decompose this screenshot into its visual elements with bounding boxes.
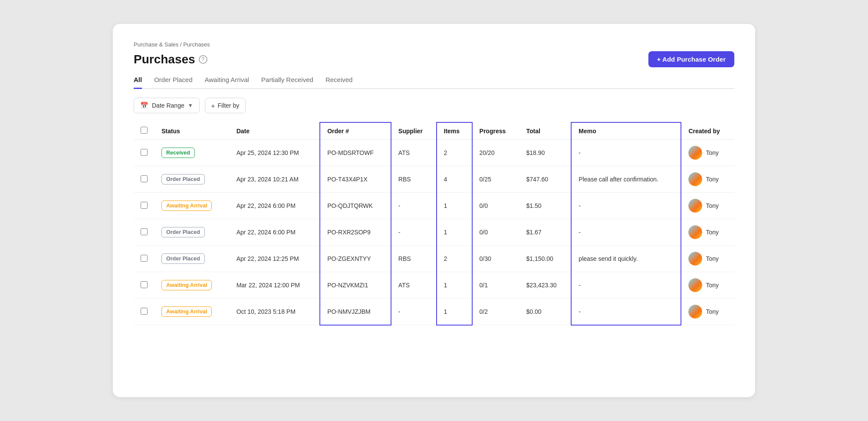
row-checkbox-cell — [134, 219, 155, 246]
row-status: Awaiting Arrival — [155, 272, 230, 299]
row-total: $1.50 — [519, 193, 572, 219]
created-by-name: Tony — [706, 149, 719, 156]
page-header: Purchases ? + Add Purchase Order — [134, 51, 734, 67]
status-badge: Awaiting Arrival — [161, 306, 212, 317]
chevron-down-icon: ▼ — [188, 102, 193, 109]
row-checkbox[interactable] — [141, 149, 148, 156]
row-items: 2 — [437, 246, 472, 272]
row-memo: - — [571, 299, 681, 325]
row-progress: 0/0 — [472, 219, 519, 246]
row-memo: - — [571, 272, 681, 299]
plus-icon: + — [211, 102, 215, 109]
created-by-name: Tony — [706, 282, 719, 289]
col-header-memo: Memo — [571, 122, 681, 140]
row-supplier: - — [391, 219, 437, 246]
row-items: 2 — [437, 140, 472, 166]
add-purchase-order-button[interactable]: + Add Purchase Order — [648, 51, 734, 67]
table-row[interactable]: Order Placed Apr 23, 2024 10:21 AM PO-T4… — [134, 166, 734, 193]
row-status: Awaiting Arrival — [155, 193, 230, 219]
row-checkbox[interactable] — [141, 281, 148, 288]
row-date: Apr 22, 2024 6:00 PM — [230, 193, 320, 219]
row-date: Apr 23, 2024 10:21 AM — [230, 166, 320, 193]
row-total: $18.90 — [519, 140, 572, 166]
created-by-name: Tony — [706, 308, 719, 315]
row-checkbox[interactable] — [141, 175, 148, 182]
row-checkbox[interactable] — [141, 228, 148, 235]
table-row[interactable]: Order Placed Apr 22, 2024 6:00 PM PO-RXR… — [134, 219, 734, 246]
row-progress: 0/30 — [472, 246, 519, 272]
row-created-by: Tony — [681, 140, 734, 166]
filter-by-label: Filter by — [217, 102, 239, 109]
row-order-num[interactable]: PO-NZVKMZI1 — [320, 272, 391, 299]
row-status: Order Placed — [155, 246, 230, 272]
row-checkbox-cell — [134, 246, 155, 272]
row-items: 1 — [437, 299, 472, 325]
row-progress: 0/0 — [472, 193, 519, 219]
created-by-name: Tony — [706, 229, 719, 236]
col-header-progress: Progress — [472, 122, 519, 140]
row-status: Awaiting Arrival — [155, 299, 230, 325]
row-checkbox-cell — [134, 299, 155, 325]
select-all-header — [134, 122, 155, 140]
row-items: 1 — [437, 219, 472, 246]
row-checkbox[interactable] — [141, 202, 148, 209]
avatar — [688, 305, 702, 319]
row-order-num[interactable]: PO-ZGEXNTYY — [320, 246, 391, 272]
avatar — [688, 146, 702, 160]
row-order-num[interactable]: PO-MDSRTOWF — [320, 140, 391, 166]
row-date: Apr 22, 2024 6:00 PM — [230, 219, 320, 246]
row-memo: Please call after confirmation. — [571, 166, 681, 193]
status-badge: Awaiting Arrival — [161, 280, 212, 290]
row-status: Order Placed — [155, 166, 230, 193]
breadcrumb: Purchase & Sales / Purchases — [134, 41, 734, 48]
row-status: Order Placed — [155, 219, 230, 246]
date-range-button[interactable]: 📅 Date Range ▼ — [134, 98, 200, 113]
row-order-num[interactable]: PO-T43X4P1X — [320, 166, 391, 193]
tab-awaiting-arrival[interactable]: Awaiting Arrival — [205, 76, 249, 89]
row-created-by: Tony — [681, 219, 734, 246]
table-row[interactable]: Awaiting Arrival Oct 10, 2023 5:18 PM PO… — [134, 299, 734, 325]
row-order-num[interactable]: PO-NMVJZJBM — [320, 299, 391, 325]
row-checkbox[interactable] — [141, 308, 148, 315]
help-icon[interactable]: ? — [199, 55, 207, 64]
table-row[interactable]: Received Apr 25, 2024 12:30 PM PO-MDSRTO… — [134, 140, 734, 166]
col-header-date: Date — [230, 122, 320, 140]
tab-received[interactable]: Received — [326, 76, 353, 89]
row-date: Oct 10, 2023 5:18 PM — [230, 299, 320, 325]
table-row[interactable]: Order Placed Apr 22, 2024 12:25 PM PO-ZG… — [134, 246, 734, 272]
table-row[interactable]: Awaiting Arrival Apr 22, 2024 6:00 PM PO… — [134, 193, 734, 219]
tab-all[interactable]: All — [134, 76, 142, 89]
row-order-num[interactable]: PO-RXR2SOP9 — [320, 219, 391, 246]
page-title: Purchases — [134, 53, 195, 66]
row-total: $1.67 — [519, 219, 572, 246]
col-header-supplier: Supplier — [391, 122, 437, 140]
row-progress: 20/20 — [472, 140, 519, 166]
row-created-by: Tony — [681, 272, 734, 299]
row-created-by: Tony — [681, 193, 734, 219]
row-order-num[interactable]: PO-QDJTQRWK — [320, 193, 391, 219]
col-header-created-by: Created by — [681, 122, 734, 140]
avatar — [688, 278, 702, 292]
tab-order-placed[interactable]: Order Placed — [154, 76, 192, 89]
avatar — [688, 199, 702, 213]
row-checkbox[interactable] — [141, 255, 148, 262]
row-checkbox-cell — [134, 272, 155, 299]
avatar — [688, 252, 702, 266]
row-created-by: Tony — [681, 166, 734, 193]
tab-partially-received[interactable]: Partially Received — [261, 76, 313, 89]
row-supplier: RBS — [391, 246, 437, 272]
row-date: Mar 22, 2024 12:00 PM — [230, 272, 320, 299]
table-row[interactable]: Awaiting Arrival Mar 22, 2024 12:00 PM P… — [134, 272, 734, 299]
status-badge: Order Placed — [161, 227, 205, 237]
col-header-status: Status — [155, 122, 230, 140]
filter-by-button[interactable]: + Filter by — [205, 98, 246, 113]
created-by-name: Tony — [706, 255, 719, 262]
select-all-checkbox[interactable] — [141, 127, 148, 134]
avatar — [688, 225, 702, 239]
col-header-order: Order # — [320, 122, 391, 140]
row-memo: - — [571, 140, 681, 166]
status-badge: Order Placed — [161, 174, 205, 184]
row-date: Apr 22, 2024 12:25 PM — [230, 246, 320, 272]
row-items: 4 — [437, 166, 472, 193]
row-checkbox-cell — [134, 140, 155, 166]
